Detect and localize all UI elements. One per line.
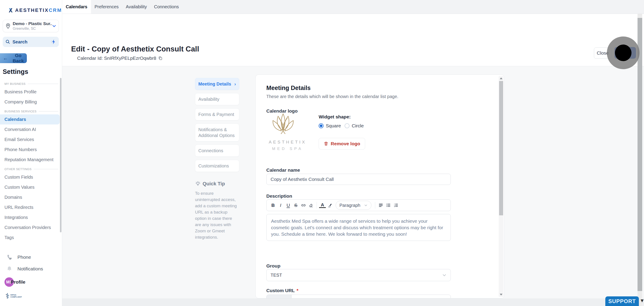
custom-url-label: Custom URL* [266, 288, 298, 293]
sidebar-item-url-redirects[interactable]: URL Redirects [0, 202, 62, 212]
sidebar-item-phone-numbers[interactable]: Phone Numbers [0, 145, 62, 155]
align-button[interactable] [378, 201, 384, 209]
clear-format-button[interactable] [308, 201, 314, 209]
trash-icon [324, 141, 328, 146]
sidebar-item-business-profile[interactable]: Business Profile [0, 87, 62, 97]
section-header-other-settings: OTHER SETTINGS [0, 165, 62, 172]
notifications-label: Notifications [18, 266, 43, 271]
sidebar-item-email-services[interactable]: Email Services [0, 135, 62, 145]
calendar-id: Calendar Id: SnIRfXyPELpEzrOqwbr8 [77, 56, 162, 61]
widget-shape-circle-radio[interactable]: Circle [344, 123, 364, 129]
tab-preferences[interactable]: Preferences [91, 0, 122, 14]
brand-logo: AESTHETIXCRM [8, 6, 62, 15]
brand-name: AESTHETIX [15, 8, 48, 13]
description-label: Description [266, 193, 292, 199]
sidebar-scrollbar[interactable] [60, 78, 62, 232]
text-color-button[interactable]: A [319, 203, 326, 208]
panel-heading: Meeting Details [266, 85, 310, 92]
settings-title: Settings [3, 68, 62, 76]
sidebar-item-profile[interactable]: MS Profile [0, 275, 62, 289]
chevron-down-icon [442, 273, 446, 277]
tab-calendars[interactable]: Calendars [62, 0, 91, 14]
rich-text-toolbar: B I U S A Paragraph [266, 199, 451, 211]
sidebar: AESTHETIXCRM Demo - Plastic Sur... Green… [0, 0, 62, 306]
ai-lightning-icon[interactable] [50, 39, 56, 45]
panel-scrollbar[interactable] [499, 76, 504, 297]
arrow-left-icon: ← [3, 56, 8, 61]
paragraph-style-select[interactable]: Paragraph [336, 201, 372, 210]
phone-icon [6, 254, 12, 260]
sidebar-item-notifications[interactable]: Notifications [0, 263, 62, 275]
tab-connections[interactable]: Connections [150, 0, 182, 14]
group-select[interactable]: TEST [266, 269, 451, 281]
tab-availability[interactable]: Availability [122, 0, 150, 14]
page-header: Edit - Copy of Aesthetix Consult Call Ca… [62, 14, 644, 66]
copy-icon[interactable] [158, 56, 162, 61]
scroll-down-arrow[interactable] [500, 294, 502, 295]
group-label: Group [266, 263, 280, 269]
location-pin-icon [5, 23, 11, 29]
support-button[interactable]: SUPPORT [605, 296, 639, 306]
hipaa-badge: ⚕ HIPAACOMPLIANT [5, 292, 62, 300]
page-title: Edit - Copy of Aesthetix Consult Call [71, 45, 199, 53]
section-header-business-services: BUSINESS SERVICES [0, 107, 62, 114]
calendar-name-input[interactable] [266, 174, 451, 185]
bold-button[interactable]: B [270, 201, 276, 209]
sidebar-item-custom-fields[interactable]: Custom Fields [0, 172, 62, 182]
sidebar-item-domains[interactable]: Domains [0, 192, 62, 202]
strikethrough-button[interactable]: S [292, 201, 299, 209]
sidebar-item-company-billing[interactable]: Company Billing [0, 97, 62, 107]
numbered-list-button[interactable] [393, 201, 399, 209]
section-header-my-business: MY BUSINESS [0, 80, 62, 87]
widget-shape-square-radio[interactable]: Square [319, 123, 341, 129]
scroll-up-arrow[interactable] [500, 78, 502, 79]
sidebar-item-reputation-management[interactable]: Reputation Management [0, 155, 62, 165]
section-nav-connections[interactable]: Connections [195, 145, 239, 157]
link-button[interactable] [300, 201, 307, 209]
description-text: Aesthetix Med Spa offers a wide range of… [271, 218, 443, 237]
section-nav-customizations[interactable]: Customizations [195, 160, 239, 172]
lotus-logo-icon [266, 113, 300, 138]
location-picker[interactable]: Demo - Plastic Sur... Greenville, SC [3, 20, 59, 32]
lightbulb-icon [195, 181, 201, 187]
search-icon [5, 39, 10, 44]
remove-logo-button[interactable]: Remove logo [319, 138, 365, 150]
location-city: Greenville, SC [13, 27, 52, 31]
settings-nav: MY BUSINESS Business Profile Company Bil… [0, 80, 62, 243]
sidebar-item-calendars[interactable]: Calendars [0, 114, 60, 124]
location-name: Demo - Plastic Sur... [13, 21, 52, 26]
sidebar-item-integrations[interactable]: Integrations [0, 212, 62, 222]
description-editor[interactable]: Aesthetix Med Spa offers a wide range of… [266, 214, 451, 241]
sidebar-item-conversation-ai[interactable]: Conversation AI [0, 124, 62, 135]
chevron-down-icon [364, 203, 368, 207]
caduceus-icon: ⚕ [5, 292, 10, 300]
italic-button[interactable]: I [277, 201, 284, 209]
chevron-right-icon: › [234, 82, 236, 87]
sidebar-item-tags[interactable]: Tags [0, 233, 62, 243]
custom-url-input[interactable] [266, 294, 451, 298]
underline-button[interactable]: U [285, 201, 292, 209]
chevron-down-icon [52, 24, 56, 28]
sidebar-item-conversation-providers[interactable]: Conversation Providers [0, 222, 62, 233]
sidebar-item-custom-values[interactable]: Custom Values [0, 182, 62, 192]
go-back-label: Go Back [10, 53, 27, 64]
brand-logo-icon [8, 6, 13, 15]
content-area: Meeting Details› Availability Forms & Pa… [62, 66, 644, 306]
radio-checked-icon [319, 123, 324, 128]
profile-label: Profile [11, 279, 25, 285]
quick-tip-body: To ensure uninterrupted access, add a cu… [195, 190, 239, 240]
sidebar-item-phone[interactable]: Phone [0, 251, 62, 263]
recording-bubble-camera [615, 45, 632, 61]
section-nav-forms-payment[interactable]: Forms & Payment [195, 108, 239, 120]
section-nav-meeting-details[interactable]: Meeting Details› [195, 78, 239, 90]
bullet-list-button[interactable] [385, 201, 392, 209]
section-nav-availability[interactable]: Availability [195, 93, 239, 105]
main-area: Calendars Preferences Availability Conne… [62, 0, 644, 306]
brand-name-suffix: CRM [49, 8, 62, 13]
highlight-button[interactable] [327, 201, 334, 209]
search-input[interactable]: Search [3, 37, 59, 47]
go-back-button[interactable]: ← Go Back [0, 53, 27, 63]
panel-scrollbar-thumb[interactable] [499, 81, 503, 215]
section-nav-notifications-options[interactable]: Notifications & Additional Options [195, 124, 239, 141]
search-label: Search [12, 39, 48, 45]
